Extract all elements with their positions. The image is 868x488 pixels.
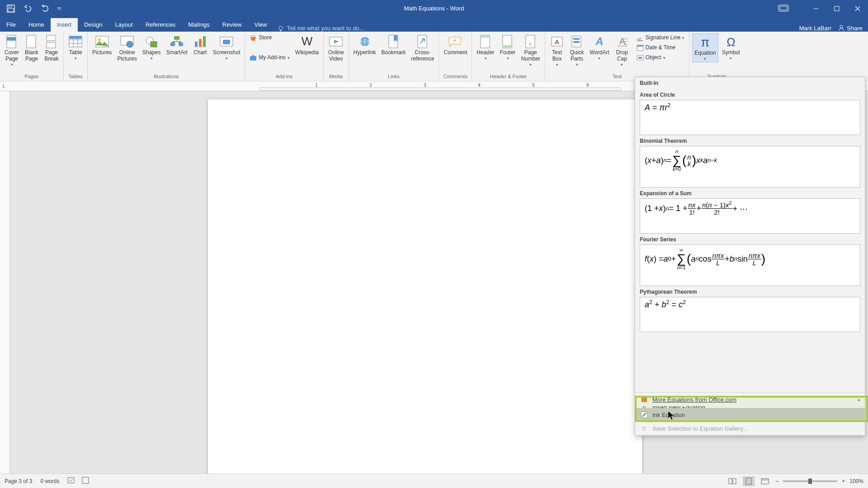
wikipedia-button[interactable]: WWikipedia — [293, 33, 321, 57]
macro-icon[interactable] — [82, 477, 89, 485]
status-words[interactable]: 0 words — [40, 478, 59, 484]
header-button[interactable]: Header▾ — [475, 33, 496, 61]
svg-rect-14 — [69, 36, 82, 39]
zoom-in-button[interactable]: + — [842, 478, 845, 484]
page-number-icon: # — [524, 34, 538, 49]
tab-mailings[interactable]: Mailings — [182, 18, 216, 32]
svg-text:+: + — [453, 37, 457, 44]
text-box-button[interactable]: AText Box▾ — [548, 33, 566, 68]
wikipedia-icon: W — [300, 34, 314, 49]
document-page[interactable] — [208, 99, 642, 488]
group-tables: Table▾ Tables — [64, 32, 88, 81]
svg-text:Ω: Ω — [726, 35, 735, 48]
svg-rect-65 — [746, 478, 751, 484]
page-number-button[interactable]: #Page Number▾ — [519, 33, 542, 68]
equation-gallery[interactable]: Area of Circle A = πr2 Binomial Theorem … — [635, 89, 865, 392]
svg-rect-9 — [7, 37, 16, 41]
equation-title-binomial: Binomial Theorem — [640, 138, 860, 144]
tab-design[interactable]: Design — [78, 18, 108, 32]
redo-button[interactable] — [39, 2, 52, 15]
tab-selector[interactable]: L — [3, 83, 5, 89]
tab-file[interactable]: File — [0, 18, 22, 32]
tell-me-search[interactable]: Tell me what you want to do... — [278, 25, 364, 32]
equation-fourier-series[interactable]: f(x) = a0 + ∞∑n=1 (an cos nπxL + bn sin … — [640, 244, 860, 286]
online-video-button[interactable]: Online Video — [326, 33, 346, 63]
equation-title-area-circle: Area of Circle — [640, 92, 860, 98]
bookmark-button[interactable]: Bookmark — [380, 33, 408, 57]
shapes-button[interactable]: Shapes▾ — [141, 33, 163, 61]
group-comments: +Comment Comments — [439, 32, 472, 81]
group-label-tables: Tables — [66, 74, 85, 80]
zoom-slider[interactable] — [783, 480, 837, 482]
tab-layout[interactable]: Layout — [109, 18, 139, 32]
print-layout-button[interactable] — [743, 476, 755, 486]
equation-area-circle[interactable]: A = πr2 — [640, 100, 860, 135]
table-icon — [68, 34, 83, 49]
date-time-button[interactable]: Date & Time — [635, 43, 686, 52]
equation-pythagorean[interactable]: a2 + b2 = c2 — [640, 297, 860, 332]
smartart-button[interactable]: SmartArt — [164, 33, 189, 57]
svg-rect-4 — [780, 6, 787, 10]
quick-parts-button[interactable]: Quick Parts▾ — [568, 33, 586, 68]
tab-view[interactable]: View — [248, 18, 273, 32]
minimize-button[interactable] — [806, 0, 826, 17]
document-title: Math Equations - Word — [404, 5, 464, 12]
group-label-addins: Add-ins — [248, 74, 320, 80]
comment-button[interactable]: +Comment — [442, 33, 469, 57]
table-button[interactable]: Table▾ — [66, 33, 85, 61]
equation-binomial-theorem[interactable]: (x + a)n = n∑k=0 (nk) xkan−k — [640, 146, 860, 188]
wordart-button[interactable]: AWordArt▾ — [588, 33, 611, 61]
vertical-ruler[interactable] — [0, 91, 10, 474]
autosave-icon[interactable] — [5, 2, 17, 15]
display-options-icon[interactable] — [778, 5, 789, 13]
blank-page-button[interactable]: Blank Page — [23, 33, 41, 63]
status-page[interactable]: Page 3 of 3 — [5, 478, 32, 484]
svg-rect-11 — [47, 35, 56, 41]
pictures-button[interactable]: Pictures — [90, 33, 113, 57]
share-button[interactable]: Share — [838, 24, 863, 32]
read-mode-button[interactable] — [726, 476, 738, 486]
pi-disabled-icon: π — [641, 425, 648, 432]
more-equations-menuitem[interactable]: More Equations from Office.com▸ — [635, 393, 865, 406]
my-addins-button[interactable]: My Add-ins ▾ — [248, 53, 291, 62]
user-name[interactable]: Mark LaBarr — [799, 25, 832, 32]
signature-line-button[interactable]: Signature Line ▾ — [635, 33, 686, 42]
tab-review[interactable]: Review — [216, 18, 248, 32]
equation-title-fourier: Fourier Series — [640, 236, 860, 243]
zoom-level[interactable]: 100% — [849, 478, 863, 484]
online-pictures-button[interactable]: Online Pictures — [115, 33, 138, 63]
cover-page-button[interactable]: Cover Page▾ — [3, 33, 21, 68]
svg-point-6 — [279, 26, 283, 30]
bookmark-icon — [387, 34, 401, 49]
svg-rect-52 — [637, 45, 643, 47]
svg-rect-24 — [195, 42, 198, 47]
maximize-button[interactable] — [826, 0, 847, 17]
group-media: Online Video Media — [324, 32, 349, 81]
spell-check-icon[interactable] — [67, 477, 75, 485]
footer-button[interactable]: Footer▾ — [498, 33, 518, 61]
title-bar: Math Equations - Word — [0, 0, 868, 17]
hyperlink-button[interactable]: Hyperlink — [352, 33, 378, 57]
tab-references[interactable]: References — [139, 18, 182, 32]
cross-reference-button[interactable]: Cross- reference — [410, 33, 436, 63]
object-button[interactable]: Object ▾ — [635, 53, 686, 62]
undo-button[interactable] — [22, 2, 34, 15]
signature-icon — [637, 34, 644, 42]
cross-reference-icon — [415, 34, 430, 49]
zoom-out-button[interactable]: − — [775, 478, 778, 484]
tab-insert[interactable]: Insert — [51, 18, 78, 32]
equation-expansion-sum[interactable]: (1 + x)n = 1 + nx1! + n(n − 1)x22! + ⋯ — [640, 198, 860, 234]
screenshot-icon — [219, 34, 234, 49]
screenshot-button[interactable]: Screenshot▾ — [211, 33, 242, 61]
tab-home[interactable]: Home — [22, 18, 51, 32]
equation-button[interactable]: πEquation▾ — [692, 33, 718, 62]
page-break-button[interactable]: Page Break — [42, 33, 61, 63]
close-button[interactable] — [847, 0, 868, 17]
web-layout-button[interactable] — [759, 476, 771, 486]
chart-button[interactable]: Chart — [191, 33, 209, 57]
symbol-button[interactable]: ΩSymbol▾ — [720, 33, 742, 61]
qat-customize-icon[interactable] — [56, 2, 62, 15]
drop-cap-button[interactable]: ADrop Cap▾ — [613, 33, 631, 68]
store-button[interactable]: Store — [248, 33, 291, 42]
svg-point-18 — [127, 41, 133, 47]
